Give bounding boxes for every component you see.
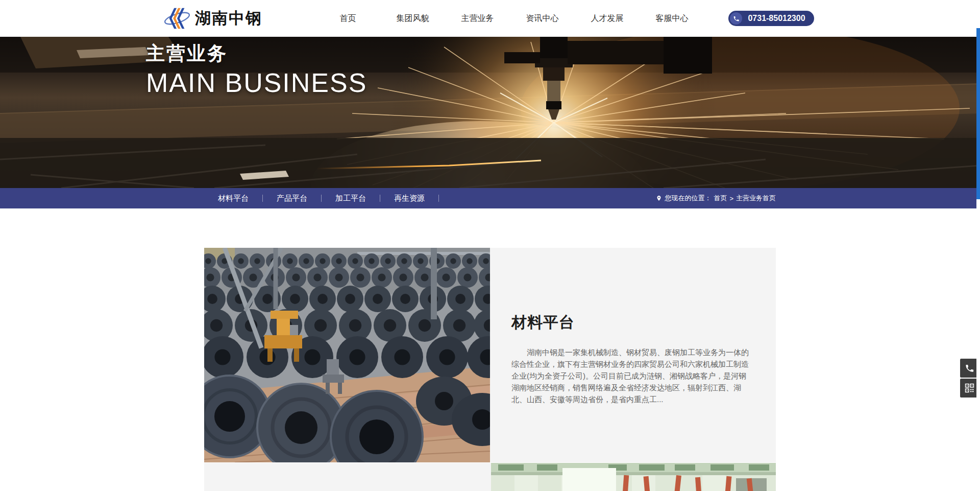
hero-title-cn: 主营业务 xyxy=(146,41,367,66)
main-nav: 首页 集团风貌 主营业务 资讯中心 人才发展 客服中心 xyxy=(315,0,704,37)
breadcrumb: 您现在的位置： 首页 > 主营业务首页 xyxy=(656,194,776,203)
section-text-placeholder xyxy=(204,463,491,491)
breadcrumb-current: 主营业务首页 xyxy=(736,194,776,203)
main-content: 材料平台 湖南中钢是一家集机械制造、钢材贸易、废钢加工等业务为一体的综合性企业，… xyxy=(0,248,980,491)
subnav-bar: 材料平台 产品平台 加工平台 再生资源 您现在的位置： 首页 > 主营业务首页 xyxy=(0,188,980,208)
phone-icon xyxy=(965,363,974,373)
header: 湖南中钢 首页 集团风貌 主营业务 资讯中心 人才发展 客服中心 0731-85… xyxy=(0,0,980,37)
subnav-item-processing[interactable]: 加工平台 xyxy=(322,194,380,203)
section-body: 湖南中钢是一家集机械制造、钢材贸易、废钢加工等业务为一体的综合性企业，旗下有主营… xyxy=(511,346,750,405)
section-title: 材料平台 xyxy=(511,312,750,333)
breadcrumb-prefix: 您现在的位置： xyxy=(665,194,711,203)
nav-item-talent[interactable]: 人才发展 xyxy=(575,0,640,37)
nav-item-service[interactable]: 客服中心 xyxy=(640,0,704,37)
page: 湖南中钢 首页 集团风貌 主营业务 资讯中心 人才发展 客服中心 0731-85… xyxy=(0,0,980,491)
workshop-photo xyxy=(491,463,776,491)
nav-item-news[interactable]: 资讯中心 xyxy=(510,0,575,37)
nav-item-home[interactable]: 首页 xyxy=(315,0,380,37)
logo-mark-icon xyxy=(163,6,191,31)
nav-item-group[interactable]: 集团风貌 xyxy=(380,0,445,37)
phone-icon xyxy=(730,12,742,25)
section-text: 材料平台 湖南中钢是一家集机械制造、钢材贸易、废钢加工等业务为一体的综合性企业，… xyxy=(490,248,776,462)
breadcrumb-separator: > xyxy=(729,195,733,202)
subnav-item-recycle[interactable]: 再生资源 xyxy=(380,194,438,203)
scrollbar-thumb[interactable] xyxy=(976,28,980,199)
hero-titles: 主营业务 MAIN BUSINESS xyxy=(146,41,367,98)
section-product-platform xyxy=(204,463,776,491)
company-logo[interactable]: 湖南中钢 xyxy=(163,6,262,31)
logo-text: 湖南中钢 xyxy=(195,8,262,29)
location-pin-icon xyxy=(656,194,662,202)
hero-banner: 主营业务 MAIN BUSINESS xyxy=(0,37,980,188)
nav-item-business[interactable]: 主营业务 xyxy=(445,0,510,37)
subnav-divider xyxy=(438,195,439,202)
section-material-platform: 材料平台 湖南中钢是一家集机械制造、钢材贸易、废钢加工等业务为一体的综合性企业，… xyxy=(204,248,776,462)
hotline-badge[interactable]: 0731-85012300 xyxy=(728,11,814,26)
subnav-item-material[interactable]: 材料平台 xyxy=(204,194,262,203)
qr-code-icon xyxy=(965,383,974,393)
hero-title-en: MAIN BUSINESS xyxy=(146,67,367,98)
breadcrumb-home-link[interactable]: 首页 xyxy=(714,194,727,203)
steel-coils-photo xyxy=(204,248,490,462)
subnav-item-product[interactable]: 产品平台 xyxy=(263,194,321,203)
hotline-number: 0731-85012300 xyxy=(742,14,814,23)
